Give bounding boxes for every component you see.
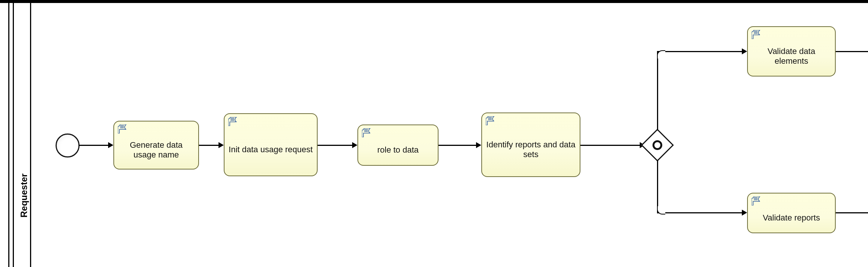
corner-up xyxy=(657,50,665,58)
arrow-gateway-to-validate-elements xyxy=(742,48,747,54)
bpmn-canvas: Requester Generate data usage name Init … xyxy=(0,0,868,267)
task-identify-reports-and-data-sets[interactable]: Identify reports and data sets xyxy=(481,112,580,177)
task-label: Validate data elements xyxy=(752,40,831,73)
script-task-icon xyxy=(362,128,372,137)
flow-gateway-up-vertical xyxy=(657,51,658,130)
script-task-icon xyxy=(752,196,761,206)
task-role-to-data[interactable]: role to data xyxy=(357,124,439,166)
start-event[interactable] xyxy=(56,134,80,158)
script-task-icon xyxy=(118,124,128,134)
flow-gateway-down-vertical xyxy=(657,160,658,213)
arrow-generate-to-init xyxy=(219,142,224,148)
task-label: Validate reports xyxy=(752,206,831,230)
task-init-data-usage-request[interactable]: Init data usage request xyxy=(224,113,318,176)
gateway-circle-marker xyxy=(653,140,662,150)
flow-gateway-up-horizontal xyxy=(657,51,743,52)
pool-inner-line xyxy=(13,3,14,267)
arrow-start-to-generate xyxy=(108,142,113,148)
lane-label: Requester xyxy=(19,174,29,218)
task-label: Generate data usage name xyxy=(118,134,194,166)
flow-start-to-generate xyxy=(79,145,109,146)
arrow-role-to-identify xyxy=(476,142,481,148)
task-validate-reports[interactable]: Validate reports xyxy=(747,193,836,233)
task-label: Identify reports and data sets xyxy=(486,126,576,173)
inclusive-gateway[interactable] xyxy=(646,134,669,157)
flow-generate-to-init xyxy=(199,145,219,146)
flow-validate-reports-out xyxy=(836,212,868,213)
task-label: Init data usage request xyxy=(228,127,313,172)
flow-init-to-role xyxy=(318,145,353,146)
task-generate-data-usage-name[interactable]: Generate data usage name xyxy=(113,121,199,170)
corner-down xyxy=(657,206,665,214)
script-task-icon xyxy=(228,117,238,126)
task-validate-data-elements[interactable]: Validate data elements xyxy=(747,26,836,76)
task-label: role to data xyxy=(362,138,434,162)
flow-gateway-down-horizontal xyxy=(657,212,743,213)
window-top-bar xyxy=(0,0,868,3)
script-task-icon xyxy=(486,116,496,125)
flow-validate-elements-out xyxy=(836,51,868,52)
flow-identify-to-gateway xyxy=(580,145,640,146)
pool-outer-line xyxy=(8,3,9,267)
lane-separator-line xyxy=(30,3,31,267)
arrow-init-to-role xyxy=(352,142,357,148)
script-task-icon xyxy=(752,30,761,39)
flow-role-to-identify xyxy=(439,145,477,146)
arrow-gateway-to-validate-reports xyxy=(742,210,747,216)
